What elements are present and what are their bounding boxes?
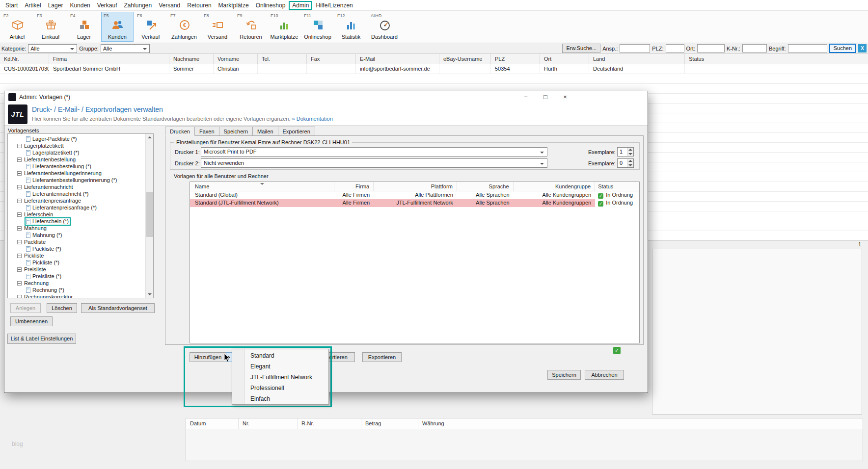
- erweiterte-suche-button[interactable]: Erw.Suche...: [562, 44, 600, 53]
- gruppe-select[interactable]: Alle: [101, 44, 150, 53]
- collapse-icon[interactable]: [17, 240, 22, 244]
- column-plz[interactable]: PLZ: [491, 54, 540, 64]
- tree-item[interactable]: Lieferantenpreisanfrage (*): [8, 204, 153, 211]
- column-firma[interactable]: Firma: [334, 182, 374, 191]
- menu-start[interactable]: Start: [2, 1, 21, 10]
- menu-artikel[interactable]: Artikel: [21, 1, 44, 10]
- column-datum[interactable]: Datum: [186, 418, 239, 429]
- loeschen-button[interactable]: Löschen: [47, 303, 77, 313]
- toolbar-einkauf-button[interactable]: F3 Einkauf: [34, 12, 67, 42]
- column-kdnr[interactable]: Kd.Nr.: [0, 54, 49, 64]
- column-nr[interactable]: Nr.: [239, 418, 298, 429]
- column-betrag[interactable]: Betrag: [361, 418, 418, 429]
- menu-admin[interactable]: Admin: [289, 1, 312, 10]
- column-name[interactable]: Name: [190, 182, 334, 191]
- tree-item[interactable]: Packliste: [8, 238, 153, 245]
- tree-item[interactable]: Lagerplatzetikett (*): [8, 149, 153, 156]
- tree-item[interactable]: Lieferantenbestellungerinnerung: [8, 170, 153, 177]
- column-email[interactable]: E-Mail: [356, 54, 439, 64]
- collapse-icon[interactable]: [17, 295, 22, 299]
- collapse-icon[interactable]: [17, 144, 22, 148]
- column-vorname[interactable]: Vorname: [214, 54, 258, 64]
- list-label-einstellungen-button[interactable]: List & Label Einstellungen: [7, 334, 76, 344]
- column-land[interactable]: Land: [589, 54, 685, 64]
- exemplare1-stepper[interactable]: 1: [617, 147, 634, 156]
- menu-kunden[interactable]: Kunden: [66, 1, 93, 10]
- speichern-button[interactable]: Speichern: [547, 370, 581, 380]
- tree-item[interactable]: Lieferantenpreisanfrage: [8, 197, 153, 204]
- collapse-icon[interactable]: [17, 157, 22, 162]
- tree-item[interactable]: Mahnung: [8, 225, 153, 232]
- tree-scrollbar[interactable]: [145, 134, 153, 298]
- toolbar-lager-button[interactable]: F4 Lager: [68, 12, 100, 42]
- ansprechpartner-input[interactable]: [620, 44, 650, 52]
- tree-item[interactable]: Lieferantenbestellung (*): [8, 163, 153, 170]
- dialog-title-bar[interactable]: Admin: Vorlagen (*) − □ ×: [4, 91, 648, 103]
- begriff-input[interactable]: [788, 44, 827, 52]
- column-rnr[interactable]: R-Nr.: [298, 418, 361, 429]
- tree-item[interactable]: Lager-Packliste (*): [8, 135, 153, 142]
- collapse-icon[interactable]: [17, 281, 22, 286]
- collapse-icon[interactable]: [17, 254, 22, 258]
- tree-item[interactable]: Rechnung (*): [8, 287, 153, 293]
- stepper-buttons[interactable]: [627, 159, 633, 167]
- collapse-icon[interactable]: [17, 171, 22, 176]
- tree-item[interactable]: Preisliste: [8, 266, 153, 273]
- column-status[interactable]: Status: [685, 54, 868, 64]
- maximize-button[interactable]: □: [536, 91, 555, 103]
- scrollbar-thumb[interactable]: [146, 192, 153, 237]
- scroll-up-icon[interactable]: [148, 136, 152, 138]
- customer-row[interactable]: CUS-100020170301 Sportbedarf Sommer GmbH…: [0, 64, 868, 74]
- tree-item[interactable]: Lieferantenbestellung: [8, 156, 153, 163]
- menu-marktplaetze[interactable]: Marktplätze: [215, 1, 252, 10]
- drucker1-select[interactable]: Microsoft Print to PDF: [201, 147, 547, 156]
- hinzufuegen-button[interactable]: Hinzufügen: [190, 352, 226, 362]
- als-standardvorlagenset-button[interactable]: Als Standardvorlagenset: [81, 303, 155, 313]
- minimize-button[interactable]: −: [516, 91, 536, 103]
- menu-item-professionell[interactable]: Professionell: [232, 383, 328, 393]
- menu-item-einfach[interactable]: Einfach: [232, 393, 328, 404]
- menu-lager[interactable]: Lager: [45, 1, 67, 10]
- toolbar-statistik-button[interactable]: F12 Statistik: [335, 12, 367, 42]
- tree-item[interactable]: Rechnungskorrektur: [8, 293, 153, 298]
- template-row-standard-global[interactable]: Standard (Global) Alle Firmen Alle Platt…: [190, 191, 639, 199]
- close-button[interactable]: ×: [555, 91, 575, 103]
- toolbar-retouren-button[interactable]: F9 Retouren: [235, 12, 267, 42]
- tab-exportieren[interactable]: Exportieren: [278, 127, 315, 136]
- tab-drucken[interactable]: Drucken: [165, 127, 195, 136]
- tab-faxen[interactable]: Faxen: [194, 127, 219, 136]
- tree-item[interactable]: Mahnung (*): [8, 232, 153, 238]
- exemplare2-stepper[interactable]: 0: [617, 158, 634, 168]
- stepper-buttons[interactable]: [627, 148, 633, 156]
- anlegen-button[interactable]: Anlegen: [10, 303, 41, 313]
- tree-item[interactable]: Packliste (*): [8, 245, 153, 252]
- tree-item[interactable]: Rechnung: [8, 280, 153, 287]
- umbenennen-button[interactable]: Umbenennen: [10, 316, 53, 326]
- collapse-icon[interactable]: [17, 267, 22, 272]
- menu-hilfe-lizenzen[interactable]: Hilfe/Lizenzen: [312, 1, 356, 10]
- toolbar-kunden-button[interactable]: F5 Kunden: [101, 12, 134, 42]
- template-row-standard-jtl-fulfillment[interactable]: Standard (JTL-Fulfillment Network) Alle …: [190, 199, 639, 207]
- tree-item[interactable]: Lagerplatzetikett: [8, 142, 153, 149]
- tree-item[interactable]: Lieferantennachricht (*): [8, 190, 153, 197]
- exportieren-button[interactable]: Exportieren: [362, 352, 402, 362]
- column-status[interactable]: Status: [595, 182, 639, 191]
- menu-zahlungen[interactable]: Zahlungen: [120, 1, 155, 10]
- column-firma[interactable]: Firma: [49, 54, 169, 64]
- kategorie-select[interactable]: Alle: [28, 44, 77, 53]
- tree-item[interactable]: Pickliste: [8, 252, 153, 259]
- collapse-icon[interactable]: [17, 185, 22, 189]
- tree-item[interactable]: Pickliste (*): [8, 259, 153, 266]
- toolbar-dashboard-button[interactable]: Alt+D Dashboard: [368, 12, 401, 42]
- collapse-icon[interactable]: [17, 226, 22, 231]
- column-ebay-username[interactable]: eBay-Username: [439, 54, 491, 64]
- filter-close-button[interactable]: X: [858, 44, 867, 52]
- tab-speichern[interactable]: Speichern: [219, 127, 253, 136]
- abbrechen-button[interactable]: Abbrechen: [585, 370, 624, 380]
- menu-verkauf[interactable]: Verkauf: [94, 1, 121, 10]
- dokumentation-link[interactable]: » Dokumentation: [292, 116, 333, 122]
- drucker2-select[interactable]: Nicht verwenden: [201, 158, 547, 168]
- collapse-icon[interactable]: [17, 199, 22, 203]
- tree-item[interactable]: Lieferantenbestellungerinnerung (*): [8, 177, 153, 183]
- column-ort[interactable]: Ort: [540, 54, 589, 64]
